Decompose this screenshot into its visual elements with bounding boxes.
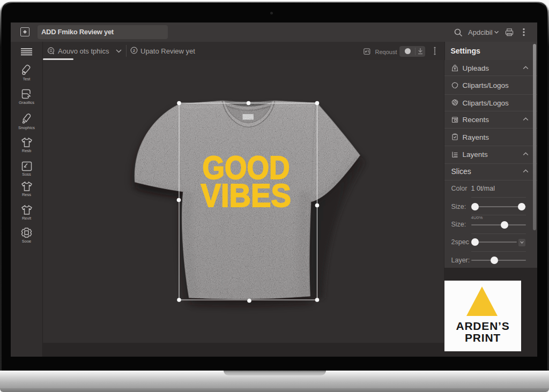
svg-text:2: 2 [133, 48, 136, 53]
svg-text:VIBES: VIBES [201, 177, 291, 214]
